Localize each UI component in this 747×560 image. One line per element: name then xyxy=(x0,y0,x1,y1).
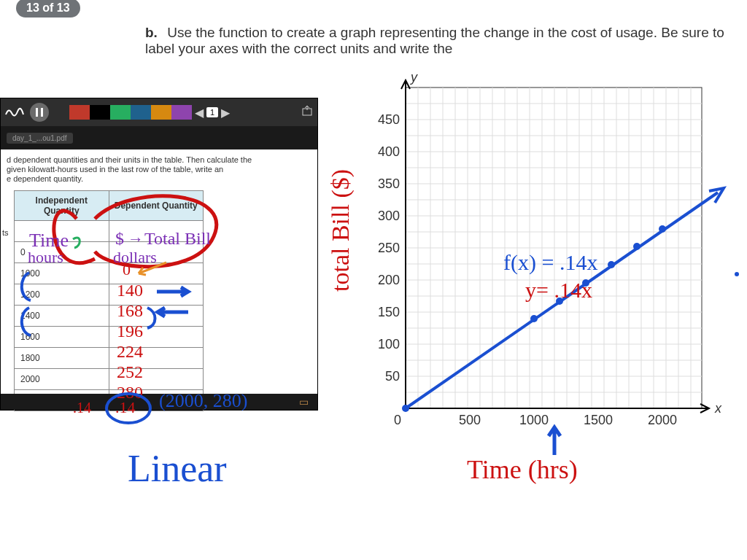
table-header-dependent: Dependent Quantity xyxy=(109,190,204,220)
svg-point-39 xyxy=(530,315,538,322)
table-row: 1200 xyxy=(15,284,204,305)
table-row: 0 xyxy=(15,241,204,262)
embedded-screenshot: ◀ 1 ▶ day_1_...ou1.pdf d dependent quant… xyxy=(0,98,318,411)
svg-rect-21 xyxy=(406,88,702,408)
pdf-text-line: d dependent quantities and their units i… xyxy=(7,155,313,165)
color-swatches[interactable] xyxy=(69,105,192,120)
swatch-orange[interactable] xyxy=(151,105,171,120)
svg-point-38 xyxy=(402,405,409,412)
question-prompt: b. Use the function to create a graph re… xyxy=(145,25,740,57)
pause-button[interactable] xyxy=(30,103,49,122)
svg-text:f(x) = .14x: f(x) = .14x xyxy=(503,250,597,275)
pdf-text-line: e dependent quantity. xyxy=(7,174,313,184)
next-page-icon[interactable]: ▶ xyxy=(218,106,233,120)
question-text: Use the function to create a graph repre… xyxy=(145,25,724,56)
svg-text:100: 100 xyxy=(378,337,400,351)
svg-text:x: x xyxy=(714,401,722,416)
svg-text:500: 500 xyxy=(459,413,481,427)
svg-text:y= .14x: y= .14x xyxy=(525,278,592,302)
svg-text:2000: 2000 xyxy=(648,413,677,427)
swatch-purple[interactable] xyxy=(171,105,192,120)
svg-text:total Bill ($): total Bill ($) xyxy=(327,169,355,292)
svg-text:50: 50 xyxy=(385,369,400,384)
chart-line xyxy=(406,188,724,408)
table-row: 1000 xyxy=(15,262,204,284)
svg-point-41 xyxy=(582,279,589,287)
svg-point-44 xyxy=(659,225,666,233)
chart-points xyxy=(402,225,666,412)
svg-text:200: 200 xyxy=(378,273,400,287)
export-icon[interactable] xyxy=(301,106,313,119)
quantity-table: Independent Quantity Dependent Quantity … xyxy=(14,190,204,411)
svg-text:300: 300 xyxy=(378,209,400,223)
svg-text:150: 150 xyxy=(378,305,400,319)
svg-text:350: 350 xyxy=(378,176,400,191)
svg-point-42 xyxy=(608,261,615,268)
table-row: 1400 xyxy=(15,305,204,326)
swatch-blue[interactable] xyxy=(131,105,151,120)
table-header-independent: Independent Quantity xyxy=(15,190,109,220)
svg-point-43 xyxy=(633,243,640,250)
page-indicator-pill: 13 of 13 xyxy=(16,0,80,18)
svg-text:400: 400 xyxy=(378,144,400,159)
swatch-black[interactable] xyxy=(90,105,110,120)
document-tab[interactable]: day_1_...ou1.pdf xyxy=(7,133,73,144)
book-icon[interactable]: ▭ xyxy=(299,396,309,408)
app-toolbar: ◀ 1 ▶ xyxy=(1,98,317,126)
svg-text:1000: 1000 xyxy=(519,413,549,427)
prev-page-icon[interactable]: ◀ xyxy=(192,106,206,120)
swatch-red[interactable] xyxy=(69,105,90,120)
app-bottom-bar: ▭ xyxy=(1,394,317,410)
app-logo-icon xyxy=(5,106,24,119)
svg-text:y: y xyxy=(409,70,418,85)
svg-text:Linear: Linear xyxy=(128,448,227,489)
pdf-text-line: given kilowatt-hours used in the last ro… xyxy=(7,165,313,174)
svg-point-49 xyxy=(735,272,739,276)
svg-rect-1 xyxy=(41,108,43,117)
document-tab-bar: day_1_...ou1.pdf xyxy=(1,126,317,149)
page-number-badge: 1 xyxy=(206,107,218,117)
svg-rect-0 xyxy=(36,108,38,117)
svg-text:250: 250 xyxy=(378,241,400,255)
svg-text:Time (hrs): Time (hrs) xyxy=(467,455,578,484)
swatch-green[interactable] xyxy=(110,105,131,120)
pdf-content: d dependent quantities and their units i… xyxy=(1,149,317,411)
svg-point-40 xyxy=(556,298,563,305)
svg-text:450: 450 xyxy=(378,112,400,127)
question-label: b. xyxy=(145,25,158,40)
row-label-ts: ts xyxy=(2,228,9,237)
table-row: 1800 xyxy=(15,347,204,368)
table-row: 1600 xyxy=(15,326,204,347)
chart-axis-ticks: 50100150 200250300 350400450 xyxy=(378,112,400,384)
chart-grid xyxy=(401,80,709,413)
svg-text:0: 0 xyxy=(394,413,401,427)
table-row: 2000 xyxy=(15,368,204,389)
svg-text:1500: 1500 xyxy=(584,413,613,427)
